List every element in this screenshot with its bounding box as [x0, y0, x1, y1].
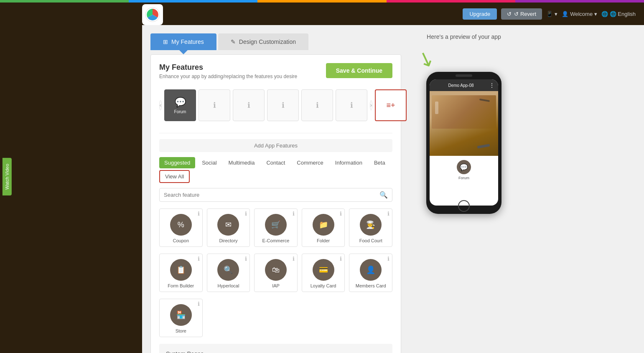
cat-view-all[interactable]: View All	[159, 170, 190, 183]
grid-icon: ⊞	[163, 38, 168, 45]
feature-slot-3[interactable]: ℹ	[267, 89, 299, 121]
coupon-label: Coupon	[173, 238, 189, 243]
feature-slot-4[interactable]: ℹ	[301, 89, 333, 121]
language-selector[interactable]: 🌐 🌐 English	[601, 11, 636, 17]
revert-button[interactable]: ↺ ↺ Revert	[501, 8, 542, 20]
carousel-next-button[interactable]: ›	[370, 100, 372, 110]
feature-slot-2[interactable]: ℹ	[233, 89, 265, 121]
feature-item-iap[interactable]: ℹ 🛍 IAP	[254, 254, 298, 292]
info-icon-1: ℹ	[213, 101, 216, 110]
feature-info-store: ℹ	[198, 301, 200, 307]
save-continue-button[interactable]: Save & Continue	[326, 63, 392, 78]
cat-social[interactable]: Social	[197, 157, 221, 168]
phone-notch	[456, 74, 472, 77]
phone-screen-header: Demo App-08 ⋮	[430, 79, 498, 91]
ecommerce-label: E-Commerce	[262, 238, 290, 243]
feature-item-loyalty-card[interactable]: ℹ 💳 Loyalty Card	[302, 254, 345, 292]
hyperlocal-icon: 🔍	[217, 259, 239, 281]
search-box: 🔍	[159, 188, 392, 202]
pencil-icon: ✎	[231, 38, 236, 45]
globe-icon: 🌐	[601, 11, 608, 17]
watch-video-tab[interactable]: Watch Video	[3, 158, 12, 196]
feature-panel: My Features Enhance your app by adding/r…	[150, 54, 401, 353]
add-features-title: Add App Features	[159, 139, 392, 152]
cat-multimedia[interactable]: Multimedia	[224, 157, 260, 168]
feature-item-folder[interactable]: ℹ 📁 Folder	[302, 208, 345, 247]
main-layout: ⊞ My Features ✎ Design Customization My …	[0, 25, 644, 353]
cat-beta[interactable]: Beta	[369, 157, 390, 168]
members-card-label: Members Card	[356, 283, 386, 288]
cat-information[interactable]: Information	[330, 157, 367, 168]
chevron-down-icon: ▾	[555, 11, 557, 17]
system-pages-section: System Pages 🔑 Login ⋮ Menu ⚠ Alert	[159, 344, 392, 353]
feature-slot-forum[interactable]: 💬 Forum	[164, 89, 196, 121]
form-builder-icon: 📋	[170, 259, 192, 281]
feature-panel-title: My Features	[159, 63, 297, 72]
content-area: ⊞ My Features ✎ Design Customization My …	[142, 25, 644, 353]
feature-info-members-card: ℹ	[387, 256, 389, 262]
store-label: Store	[176, 328, 186, 333]
upgrade-button[interactable]: Upgrade	[463, 8, 497, 20]
tab-my-features[interactable]: ⊞ My Features	[150, 33, 216, 50]
feature-item-store[interactable]: ℹ 🏪 Store	[159, 299, 203, 337]
user-icon: 👤	[562, 11, 568, 17]
logo-icon	[145, 7, 160, 22]
cat-commerce[interactable]: Commerce	[292, 157, 328, 168]
folder-icon: 📁	[313, 214, 334, 236]
add-list-icon: ≡+	[386, 101, 395, 110]
app-logo	[142, 4, 163, 25]
search-icon[interactable]: 🔍	[379, 191, 388, 199]
feature-slot-add[interactable]: ≡+	[375, 89, 407, 121]
food-court-icon: 👨‍🍳	[360, 214, 382, 236]
header-right: Upgrade ↺ ↺ Revert 📱 ▾ 👤 Welcome ▾ 🌐 🌐 E…	[463, 8, 636, 20]
loyalty-card-label: Loyalty Card	[311, 283, 336, 288]
preview-arrow: ↙	[415, 45, 438, 72]
phone-mockup: Demo App-08 ⋮ 💬 Forum	[426, 72, 501, 214]
tab-arrow	[179, 50, 188, 54]
right-preview: Here's a preview of your app ↙ Demo App-…	[410, 33, 518, 353]
tab-design-label: Design Customization	[239, 38, 296, 45]
feature-slot-1[interactable]: ℹ	[199, 89, 230, 121]
hyperlocal-label: Hyperlocal	[217, 283, 239, 288]
phone-menu-icon: ⋮	[489, 82, 495, 89]
feature-info-coupon: ℹ	[198, 211, 200, 217]
feature-panel-title-area: My Features Enhance your app by adding/r…	[159, 63, 297, 79]
feature-info-form-builder: ℹ	[198, 256, 200, 262]
main-panel: ⊞ My Features ✎ Design Customization My …	[150, 33, 401, 353]
welcome-menu[interactable]: 👤 Welcome ▾	[562, 11, 597, 17]
feature-info-ecommerce: ℹ	[293, 211, 295, 217]
device-icon: 📱	[546, 11, 553, 17]
feature-item-members-card[interactable]: ℹ 👤 Members Card	[349, 254, 392, 292]
members-card-icon: 👤	[360, 259, 382, 281]
info-icon-3: ℹ	[282, 101, 285, 110]
tab-design-customization[interactable]: ✎ Design Customization	[218, 33, 308, 50]
folder-label: Folder	[317, 238, 330, 243]
feature-slot-5[interactable]: ℹ	[336, 89, 367, 121]
form-builder-label: Form Builder	[168, 283, 194, 288]
feature-grid-2: ℹ 📋 Form Builder ℹ 🔍 Hyperlocal ℹ 🛍 IAP	[159, 254, 392, 292]
feature-item-food-court[interactable]: ℹ 👨‍🍳 Food Court	[349, 208, 392, 247]
device-selector[interactable]: 📱 ▾	[546, 11, 557, 17]
cat-suggested[interactable]: Suggested	[159, 157, 195, 168]
info-icon-5: ℹ	[350, 101, 353, 110]
directory-icon: ✉	[217, 214, 239, 236]
revert-icon: ↺	[507, 11, 512, 17]
feature-item-directory[interactable]: ℹ ✉ Directory	[207, 208, 250, 247]
feature-info-food-court: ℹ	[387, 211, 389, 217]
feature-item-hyperlocal[interactable]: ℹ 🔍 Hyperlocal	[207, 254, 250, 292]
category-tabs: Suggested Social Multimedia Contact Comm…	[159, 157, 392, 183]
phone-forum-icon: 💬	[457, 160, 471, 174]
feature-item-form-builder[interactable]: ℹ 📋 Form Builder	[159, 254, 203, 292]
system-pages-title: System Pages	[166, 350, 386, 353]
carousel-prev-button[interactable]: ‹	[159, 100, 162, 110]
tabs-bar: ⊞ My Features ✎ Design Customization	[150, 33, 401, 50]
search-input[interactable]	[164, 192, 379, 198]
cat-contact[interactable]: Contact	[261, 157, 290, 168]
section-divider	[159, 133, 392, 133]
phone-screen-image	[430, 91, 498, 156]
feature-info-directory: ℹ	[245, 211, 247, 217]
feature-item-coupon[interactable]: ℹ % Coupon	[159, 208, 203, 247]
feature-item-ecommerce[interactable]: ℹ 🛒 E-Commerce	[254, 208, 298, 247]
feature-panel-header: My Features Enhance your app by adding/r…	[159, 63, 392, 79]
app-name-label: Demo App-08	[433, 83, 489, 88]
